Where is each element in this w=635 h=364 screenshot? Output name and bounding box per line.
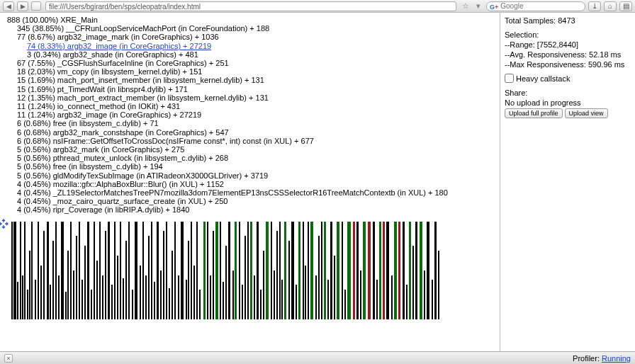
call-tree-row[interactable]: 5 (0.56%) pthread_mutex_unlock (in libsy… xyxy=(7,154,495,162)
flame-bar[interactable] xyxy=(196,222,198,319)
bookmark-star-icon[interactable]: ☆ xyxy=(461,1,471,11)
upload-view-button[interactable]: Upload view xyxy=(565,108,608,118)
call-tree-row[interactable]: 18 (2.03%) vm_copy (in libsystem_kernel.… xyxy=(7,67,495,76)
call-tree-row[interactable]: 4 (0.45%) _ZL19SelectorMatchesTreePN7moz… xyxy=(7,188,495,197)
flame-bar[interactable] xyxy=(111,285,113,319)
flame-bar[interactable] xyxy=(379,222,381,319)
flame-bar[interactable] xyxy=(356,222,359,319)
flame-bar[interactable] xyxy=(321,222,322,319)
home-button[interactable]: ⌂ xyxy=(604,1,617,11)
flame-bar[interactable] xyxy=(296,285,297,319)
flame-bar[interactable] xyxy=(281,280,283,319)
flame-bar[interactable] xyxy=(203,222,206,319)
flame-bar[interactable] xyxy=(427,222,429,319)
flame-bar[interactable] xyxy=(96,261,98,319)
flame-bar[interactable] xyxy=(135,222,137,319)
flame-bar[interactable] xyxy=(123,278,124,319)
flame-bar[interactable] xyxy=(266,222,269,319)
flame-bar[interactable] xyxy=(67,251,69,319)
flame-bar[interactable] xyxy=(94,222,95,319)
flame-bar[interactable] xyxy=(178,275,179,319)
call-tree-row[interactable]: 77 (8.67%) argb32_image_mark (in CoreGra… xyxy=(7,33,495,41)
flame-bar[interactable] xyxy=(145,275,147,319)
flame-bar[interactable] xyxy=(128,222,130,319)
flame-bar[interactable] xyxy=(235,222,237,319)
call-tree-row[interactable]: 5 (0.56%) gldModifyTexSubImage (in ATIRa… xyxy=(7,171,495,180)
flame-bar[interactable] xyxy=(263,251,264,319)
flame-bar[interactable] xyxy=(353,222,355,319)
flame-bar[interactable] xyxy=(239,222,240,319)
call-tree-row[interactable]: 5 (0.56%) free (in libsystem_c.dylib) + … xyxy=(7,162,495,171)
flame-bar[interactable] xyxy=(257,222,259,319)
call-tree-row[interactable]: 15 (1.69%) pt_TimedWait (in libnspr4.dyl… xyxy=(7,85,495,93)
flame-bar[interactable] xyxy=(82,280,83,319)
flame-bar[interactable] xyxy=(24,222,26,319)
flame-bar[interactable] xyxy=(87,222,89,319)
flame-bar[interactable] xyxy=(35,280,36,319)
flame-bar[interactable] xyxy=(157,222,159,319)
flame-bar[interactable] xyxy=(347,222,351,319)
flame-bar[interactable] xyxy=(142,222,144,319)
flame-bar[interactable] xyxy=(13,222,16,319)
call-tree-row[interactable]: 11 (1.24%) argb32_image (in CoreGraphics… xyxy=(7,110,495,119)
profiler-link[interactable]: Running xyxy=(602,354,631,363)
flame-bar[interactable] xyxy=(291,222,294,319)
flame-bar[interactable] xyxy=(207,222,208,319)
flame-bar[interactable] xyxy=(188,241,189,319)
flame-bar[interactable] xyxy=(308,222,309,319)
flame-bar[interactable] xyxy=(250,222,252,319)
flame-bar[interactable] xyxy=(58,275,60,319)
flame-bar[interactable] xyxy=(125,241,127,319)
call-tree-row[interactable]: 67 (7.55%) _CGSFlushSurfaceInline (in Co… xyxy=(7,59,495,67)
flame-bar[interactable] xyxy=(191,222,192,319)
flame-bar[interactable] xyxy=(151,222,152,319)
flame-bar[interactable] xyxy=(84,246,86,319)
flame-bar[interactable] xyxy=(31,222,33,319)
flame-bar[interactable] xyxy=(79,222,80,319)
close-statusbar-icon[interactable]: × xyxy=(4,354,13,363)
call-tree-row[interactable]: 12 (1.35%) mach_port_extract_member (in … xyxy=(7,93,495,102)
flame-bar[interactable] xyxy=(260,290,262,319)
url-bar[interactable]: file:///Users/bgirard/ben/sps/cleopatra/… xyxy=(45,1,456,11)
flame-bar[interactable] xyxy=(368,222,371,319)
flame-bar[interactable] xyxy=(43,231,45,319)
flame-bar[interactable] xyxy=(17,282,18,319)
flame-bar[interactable] xyxy=(386,222,389,319)
search-box[interactable]: G+ xyxy=(486,1,585,11)
flame-bar[interactable] xyxy=(29,251,30,319)
flame-bar[interactable] xyxy=(114,222,116,319)
call-tree-row[interactable]: 74 (8.33%) argb32_image (in CoreGraphics… xyxy=(7,42,495,50)
flame-bar[interactable] xyxy=(228,222,230,319)
flame-bar[interactable] xyxy=(434,222,437,319)
flame-bar[interactable] xyxy=(172,251,173,319)
flame-bar[interactable] xyxy=(276,231,278,319)
flame-bar[interactable] xyxy=(120,222,121,319)
heavy-callstack-row[interactable]: Heavy callstack xyxy=(505,74,631,84)
flame-bar[interactable] xyxy=(334,256,335,319)
flame-bar[interactable] xyxy=(360,271,361,319)
flame-bar[interactable] xyxy=(412,246,414,319)
call-tree-row[interactable]: 4 (0.45%) _moz_cairo_quartz_surface_crea… xyxy=(7,197,495,205)
flame-bar[interactable] xyxy=(363,222,366,319)
call-tree-row[interactable]: 15 (1.69%) mach_port_insert_member (in l… xyxy=(7,76,495,84)
flame-bar[interactable] xyxy=(215,222,218,319)
flame-bar[interactable] xyxy=(148,236,150,319)
flame-bar[interactable] xyxy=(38,222,39,319)
flame-bar[interactable] xyxy=(288,241,290,319)
forward-button[interactable]: ▶ xyxy=(17,1,28,11)
call-tree-row[interactable]: 345 (38.85%) __CFRunLoopServiceMachPort … xyxy=(7,24,495,33)
flame-bar[interactable] xyxy=(284,222,286,319)
flame-bar[interactable] xyxy=(344,290,346,319)
flame-bar[interactable] xyxy=(247,222,249,319)
downloads-button[interactable]: ⤓ xyxy=(588,1,601,11)
flame-bar[interactable] xyxy=(298,222,300,319)
flame-bar[interactable] xyxy=(61,222,64,319)
back-button[interactable]: ◀ xyxy=(3,1,14,11)
call-tree-row[interactable]: 4 (0.45%) mozilla::gfx::AlphaBoxBlur::Bl… xyxy=(7,180,495,188)
flame-bar[interactable] xyxy=(318,236,320,319)
flame-bar[interactable] xyxy=(213,231,214,319)
flame-bar[interactable] xyxy=(438,251,439,319)
flame-bar[interactable] xyxy=(117,256,118,319)
flame-bar[interactable] xyxy=(73,271,74,319)
search-input[interactable] xyxy=(500,2,590,10)
